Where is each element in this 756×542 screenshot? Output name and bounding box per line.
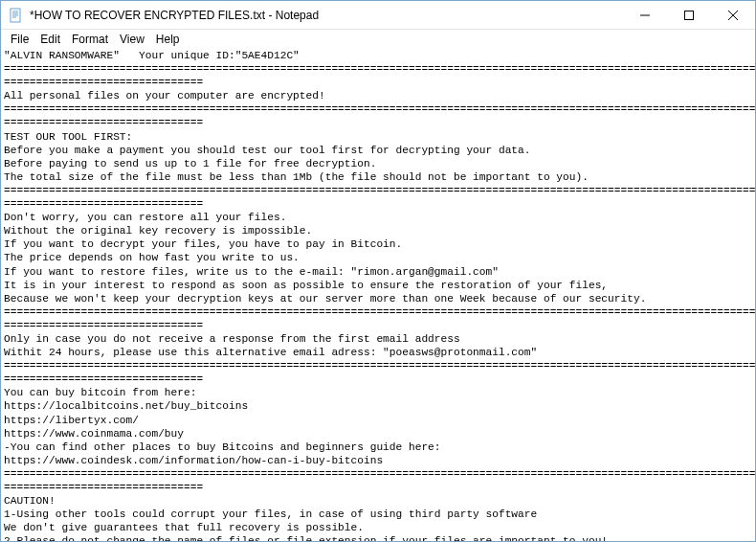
menu-edit[interactable]: Edit xyxy=(34,32,66,47)
app-icon xyxy=(9,8,24,23)
window-controls xyxy=(623,1,755,29)
window-title: *HOW TO RECOVER ENCRYPTED FILES.txt - No… xyxy=(30,9,319,22)
text-area[interactable]: "ALVIN RANSOMWARE" Your unique ID:"5AE4D… xyxy=(1,48,755,541)
menu-help[interactable]: Help xyxy=(150,32,186,47)
menu-view[interactable]: View xyxy=(114,32,150,47)
close-button[interactable] xyxy=(711,1,755,29)
notepad-window: *HOW TO RECOVER ENCRYPTED FILES.txt - No… xyxy=(0,0,756,542)
svg-rect-6 xyxy=(685,11,694,19)
maximize-button[interactable] xyxy=(667,1,711,29)
menu-format[interactable]: Format xyxy=(66,32,114,47)
titlebar[interactable]: *HOW TO RECOVER ENCRYPTED FILES.txt - No… xyxy=(1,1,755,30)
menu-file[interactable]: File xyxy=(5,32,34,47)
minimize-button[interactable] xyxy=(623,1,667,29)
menubar: File Edit Format View Help xyxy=(1,30,755,48)
